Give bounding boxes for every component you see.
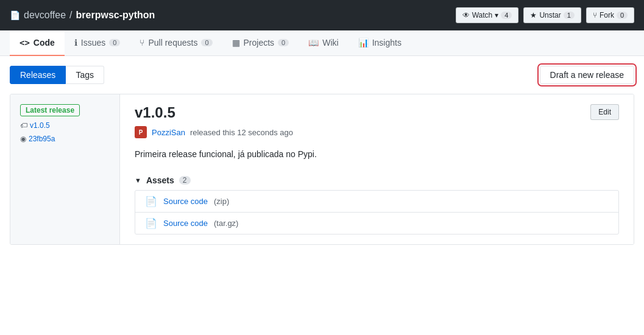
org-link[interactable]: devcoffee xyxy=(24,10,66,21)
unstar-button[interactable]: ★ Unstar 1 xyxy=(523,7,581,23)
tab-code[interactable]: <> Code xyxy=(10,30,65,56)
release-meta: P PozziSan released this 12 seconds ago xyxy=(135,126,619,138)
chevron-down-icon: ▾ xyxy=(495,11,498,19)
tab-projects-label: Projects xyxy=(244,38,275,48)
tag-link[interactable]: v1.0.5 xyxy=(30,121,50,130)
release-main: v1.0.5 Edit P PozziSan released this 12 … xyxy=(120,94,634,244)
release-title[interactable]: v1.0.5 xyxy=(135,104,175,121)
nav-tabs: <> Code ℹ Issues 0 ⑂ Pull requests 0 ▦ P… xyxy=(0,30,644,56)
commit-icon: ◉ xyxy=(20,135,26,143)
issues-badge: 0 xyxy=(109,39,120,46)
eye-icon: 👁 xyxy=(462,11,470,19)
release-sidebar: Latest release 🏷 v1.0.5 ◉ 23fb95a xyxy=(10,94,120,244)
fork-count: 0 xyxy=(617,12,628,19)
wiki-icon: 📖 xyxy=(308,38,319,48)
watch-button[interactable]: 👁 Watch ▾ 4 xyxy=(456,7,519,23)
source-code-zip-extra: (zip) xyxy=(214,197,229,206)
commit-link[interactable]: 23fb95a xyxy=(29,135,55,143)
watch-label: Watch xyxy=(472,11,493,19)
assets-header[interactable]: ▼ Assets 2 xyxy=(135,175,619,185)
release-toolbar: Releases Tags Draft a new release xyxy=(10,66,634,84)
asset-item-zip: 📄 Source code (zip) xyxy=(135,191,618,213)
file-targz-icon: 📄 xyxy=(145,217,157,229)
assets-section: ▼ Assets 2 📄 Source code (zip) 📄 Source … xyxy=(135,175,619,234)
asset-item-targz: 📄 Source code (tar.gz) xyxy=(135,213,618,234)
tab-wiki[interactable]: 📖 Wiki xyxy=(299,30,348,56)
release-tabs: Releases Tags xyxy=(10,66,104,84)
tab-projects[interactable]: ▦ Projects 0 xyxy=(222,30,299,56)
tags-tab[interactable]: Tags xyxy=(66,66,104,84)
author-link[interactable]: PozziSan xyxy=(152,128,185,137)
star-icon: ★ xyxy=(530,11,537,19)
releases-tab[interactable]: Releases xyxy=(10,66,66,84)
projects-icon: ▦ xyxy=(232,38,240,48)
tag-icon: 🏷 xyxy=(20,121,27,130)
tab-wiki-label: Wiki xyxy=(322,38,338,48)
pr-icon: ⑂ xyxy=(140,38,144,48)
tab-insights[interactable]: 📊 Insights xyxy=(349,30,411,56)
projects-badge: 0 xyxy=(278,39,289,46)
source-code-targz-extra: (tar.gz) xyxy=(214,219,238,228)
release-header: v1.0.5 Edit xyxy=(135,104,619,121)
avatar: P xyxy=(135,126,147,138)
chevron-down-icon: ▼ xyxy=(135,177,141,184)
separator: / xyxy=(69,10,72,21)
unstar-label: Unstar xyxy=(539,11,561,19)
repo-title: 📄 devcoffee / brerpwsc-python xyxy=(10,10,155,21)
header-bar: 📄 devcoffee / brerpwsc-python 👁 Watch ▾ … xyxy=(0,0,644,30)
tab-issues-label: Issues xyxy=(81,38,105,48)
sidebar-commit: ◉ 23fb95a xyxy=(20,135,55,143)
release-meta-text: released this 12 seconds ago xyxy=(190,128,293,137)
assets-count: 2 xyxy=(179,176,191,185)
tab-code-label: Code xyxy=(34,38,55,48)
fork-button[interactable]: ⑂ Fork 0 xyxy=(586,7,634,23)
watch-count: 4 xyxy=(501,12,512,19)
tab-pr-label: Pull requests xyxy=(148,38,197,48)
assets-list: 📄 Source code (zip) 📄 Source code (tar.g… xyxy=(135,190,619,234)
repo-icon: 📄 xyxy=(10,10,20,20)
unstar-count: 1 xyxy=(564,12,575,19)
fork-icon: ⑂ xyxy=(593,11,597,19)
draft-new-release-button[interactable]: Draft a new release xyxy=(540,66,634,84)
file-zip-icon: 📄 xyxy=(145,196,157,207)
latest-release-badge: Latest release xyxy=(20,104,80,116)
pr-badge: 0 xyxy=(201,39,212,46)
issues-icon: ℹ xyxy=(74,38,77,48)
assets-label: Assets xyxy=(146,175,174,185)
repo-name-link[interactable]: brerpwsc-python xyxy=(76,10,155,21)
tab-insights-label: Insights xyxy=(372,38,402,48)
tab-pull-requests[interactable]: ⑂ Pull requests 0 xyxy=(130,30,222,56)
page-content: Releases Tags Draft a new release Latest… xyxy=(0,56,644,255)
release-description: Primeira release funcional, já publicada… xyxy=(135,148,619,161)
header-actions: 👁 Watch ▾ 4 ★ Unstar 1 ⑂ Fork 0 xyxy=(456,7,634,23)
source-code-zip-link[interactable]: Source code xyxy=(163,197,208,206)
insights-icon: 📊 xyxy=(358,38,369,48)
release-container: Latest release 🏷 v1.0.5 ◉ 23fb95a v1.0.5… xyxy=(10,94,634,245)
edit-button[interactable]: Edit xyxy=(590,104,619,120)
fork-label: Fork xyxy=(600,11,614,19)
tab-issues[interactable]: ℹ Issues 0 xyxy=(65,30,130,56)
source-code-targz-link[interactable]: Source code xyxy=(163,219,208,228)
code-icon: <> xyxy=(19,38,30,48)
sidebar-tag: 🏷 v1.0.5 xyxy=(20,121,50,130)
